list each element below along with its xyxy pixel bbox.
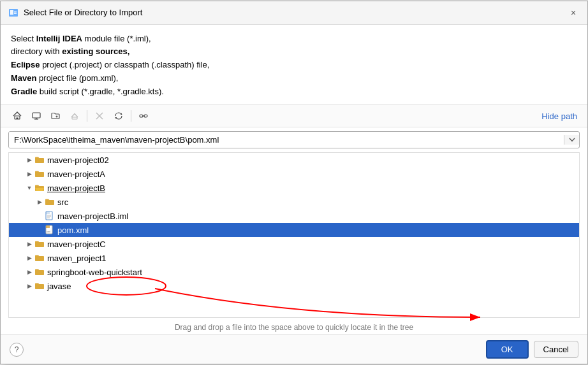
expander-src[interactable]: ▶ — [34, 199, 45, 205]
refresh-icon — [114, 111, 123, 120]
new-folder-icon — [51, 111, 60, 120]
tree-label-maven-projectC: maven-projectC — [47, 240, 106, 249]
expander-maven-projectA[interactable]: ▶ — [24, 171, 34, 177]
delete-icon — [95, 111, 104, 120]
delete-button[interactable] — [91, 108, 108, 124]
svg-rect-17 — [144, 115, 147, 117]
dialog: Select File or Directory to Import × Sel… — [0, 1, 588, 365]
tree-item-maven-projectC[interactable]: ▶ maven-projectC — [9, 237, 579, 251]
tree-item-pom-xml[interactable]: xml pom.xml — [9, 223, 579, 237]
tree-label-maven-projectB-iml: maven-projectB.iml — [57, 211, 128, 221]
expander-maven-project1[interactable]: ▶ — [24, 255, 34, 261]
svg-rect-6 — [33, 113, 40, 118]
folder-icon-open — [34, 183, 45, 193]
svg-rect-20 — [46, 211, 50, 214]
drag-hint-text: Drag and drop a file into the space abov… — [175, 323, 413, 332]
folder-icon-src — [45, 197, 55, 207]
tree-label-springboot: springboot-web-quickstart — [47, 268, 142, 277]
desc-line3: Eclipse project (.project) or classpath … — [11, 60, 209, 69]
expander-springboot[interactable]: ▶ — [24, 269, 34, 275]
file-icon-xml: xml — [45, 225, 55, 235]
link-icon — [139, 111, 148, 120]
svg-rect-5 — [17, 118, 18, 120]
description-area: Select Intellij IDEA module file (*.iml)… — [1, 25, 587, 106]
up-button[interactable] — [66, 108, 84, 124]
expander-empty-iml — [34, 213, 45, 219]
dialog-title: Select File or Directory to Import — [24, 8, 142, 17]
drag-hint: Drag and drop a file into the space abov… — [1, 320, 587, 334]
tree-item-maven-project02[interactable]: ▶ maven-project02 — [9, 153, 579, 167]
tree-item-maven-projectB[interactable]: ▼ maven-projectB — [9, 181, 579, 195]
svg-rect-1 — [10, 10, 13, 15]
tree-label-pom-xml: pom.xml — [57, 225, 89, 235]
close-button[interactable]: × — [567, 6, 580, 19]
expander-maven-projectB[interactable]: ▼ — [24, 185, 34, 191]
home-icon — [13, 111, 22, 120]
link-button[interactable] — [135, 108, 152, 124]
home-button[interactable] — [8, 108, 26, 124]
desc-line1: Select Intellij IDEA module file (*.iml)… — [11, 34, 151, 43]
path-input[interactable] — [9, 132, 564, 148]
separator-1 — [87, 110, 87, 122]
folder-icon-javase — [34, 281, 45, 291]
tree-label-maven-projectA: maven-projectA — [47, 169, 105, 179]
up-icon — [70, 111, 79, 120]
bottom-left: ? — [10, 343, 24, 357]
folder-icon — [34, 155, 45, 165]
tree-item-springboot[interactable]: ▶ springboot-web-quickstart — [9, 265, 579, 279]
toolbar-buttons — [8, 108, 152, 124]
expander-maven-project02[interactable]: ▶ — [24, 157, 34, 163]
tree-item-src[interactable]: ▶ src — [9, 195, 579, 209]
tree-label-src: src — [57, 197, 68, 207]
bottom-right: OK Cancel — [486, 340, 578, 359]
expander-maven-projectC[interactable]: ▶ — [24, 241, 34, 247]
folder-icon — [34, 169, 45, 179]
tree-label-maven-project02: maven-project02 — [47, 155, 109, 165]
tree-item-javase[interactable]: ▶ javase — [9, 279, 579, 293]
expander-javase[interactable]: ▶ — [24, 283, 34, 289]
svg-rect-3 — [14, 13, 17, 14]
chevron-down-icon — [569, 138, 575, 142]
refresh-button[interactable] — [110, 108, 128, 124]
svg-rect-11 — [72, 117, 77, 119]
cancel-button[interactable]: Cancel — [534, 341, 578, 358]
toolbar: Hide path — [1, 105, 587, 127]
desc-line2: directory with existing sources, — [11, 47, 129, 56]
desktop-icon — [32, 111, 41, 120]
folder-icon-c — [34, 239, 45, 249]
file-tree[interactable]: ▶ maven-project02 ▶ maven-projectA ▼ mav… — [8, 152, 580, 318]
hide-path-button[interactable]: Hide path — [539, 110, 580, 122]
title-bar-left: Select File or Directory to Import — [8, 8, 142, 18]
separator-2 — [131, 110, 131, 122]
tree-item-maven-projectB-iml[interactable]: maven-projectB.iml — [9, 209, 579, 223]
help-button[interactable]: ? — [10, 343, 24, 357]
expander-empty-pom — [34, 227, 45, 233]
desc-line4: Maven project file (pom.xml), — [11, 73, 118, 83]
folder-icon-1 — [34, 253, 45, 263]
svg-rect-16 — [140, 115, 143, 117]
desc-line5: Gradle build script (*.gradle, *.gradle.… — [11, 87, 164, 96]
tree-label-javase: javase — [47, 282, 71, 291]
tree-label-maven-project1: maven_project1 — [47, 254, 107, 263]
folder-icon-springboot — [34, 267, 45, 277]
tree-label-maven-projectB: maven-projectB — [47, 183, 105, 193]
tree-item-maven-project1[interactable]: ▶ maven_project1 — [9, 251, 579, 265]
path-dropdown-button[interactable] — [564, 135, 579, 145]
new-folder-button[interactable] — [47, 108, 64, 124]
svg-rect-25 — [46, 225, 50, 228]
bottom-bar: ? OK Cancel — [1, 334, 587, 364]
title-bar: Select File or Directory to Import × — [1, 1, 587, 25]
desktop-button[interactable] — [27, 108, 45, 124]
svg-text:xml: xml — [47, 230, 50, 233]
app-icon — [8, 8, 18, 18]
svg-rect-2 — [14, 11, 17, 13]
path-bar — [8, 131, 580, 148]
ok-button[interactable]: OK — [486, 340, 529, 359]
tree-item-maven-projectA[interactable]: ▶ maven-projectA — [9, 167, 579, 181]
file-icon-iml — [45, 211, 55, 221]
